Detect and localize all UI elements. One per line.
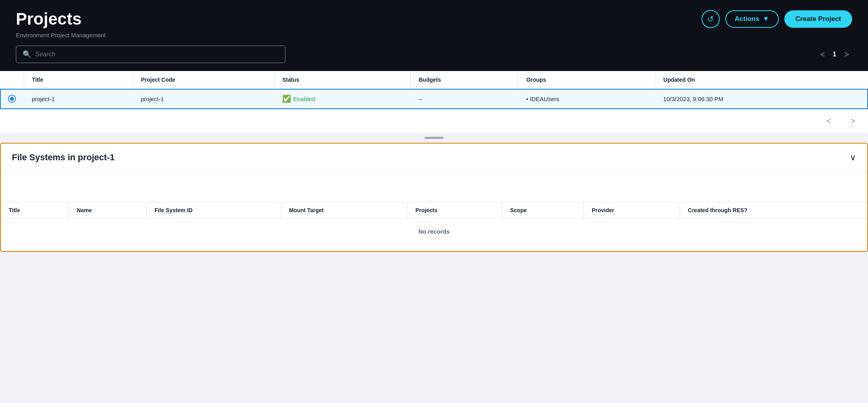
fs-table: Title Name File System ID Mount Target P… (1, 202, 867, 245)
header-actions: ↺ Actions ▼ Create Project (702, 10, 852, 28)
page-number-header: 1 (833, 50, 836, 58)
actions-chevron-icon: ▼ (763, 15, 769, 23)
page-number: 1 (839, 117, 843, 125)
col-status: Status (274, 71, 411, 89)
col-project-code: Project Code (133, 71, 274, 89)
table-header-row: Title Project Code Status Budgets Groups… (0, 71, 868, 89)
col-budgets: Budgets (411, 71, 518, 89)
status-label: Enabled (293, 96, 315, 102)
fs-table-header-row: Title Name File System ID Mount Target P… (1, 202, 867, 219)
prev-page-button-header[interactable]: < (817, 48, 828, 61)
row-title: project-1 (24, 89, 133, 109)
row-groups: • IDEAUsers (518, 89, 655, 109)
row-select-cell[interactable] (0, 89, 24, 109)
refresh-icon: ↺ (707, 14, 714, 24)
fs-col-scope: Scope (502, 202, 584, 219)
header-pagination: < 1 > (817, 48, 852, 61)
fs-col-provider: Provider (583, 202, 680, 219)
search-row: 🔍 < 1 > (16, 46, 852, 63)
fs-no-records-text: No records (1, 219, 867, 245)
file-systems-title: File Systems in project-1 (12, 152, 115, 163)
file-systems-chevron-icon: ∨ (850, 152, 856, 163)
fs-col-mount-target: Mount Target (281, 202, 407, 219)
prev-page-button[interactable]: < (823, 115, 834, 127)
actions-button[interactable]: Actions ▼ (725, 10, 779, 28)
row-status: ✅ Enabled (274, 89, 411, 109)
actions-label: Actions (735, 15, 759, 23)
refresh-button[interactable]: ↺ (702, 10, 720, 28)
fs-col-projects: Projects (407, 202, 502, 219)
fs-col-title: Title (1, 202, 69, 219)
status-enabled: ✅ Enabled (282, 94, 403, 103)
col-updated-on: Updated On (655, 71, 868, 89)
fs-col-fs-id: File System ID (147, 202, 281, 219)
divider-bar (424, 137, 444, 139)
radio-selected-icon (8, 95, 16, 103)
row-budgets: -- (411, 89, 518, 109)
projects-table: Title Project Code Status Budgets Groups… (0, 71, 868, 109)
table-row[interactable]: project-1 project-1 ✅ Enabled -- • IDEAU… (0, 89, 868, 109)
fs-no-records-row: No records (1, 219, 867, 245)
fs-col-name: Name (69, 202, 146, 219)
file-systems-header[interactable]: File Systems in project-1 ∨ (1, 144, 867, 172)
radio-dot (10, 97, 14, 101)
group-bullet: • (526, 96, 530, 102)
table-pagination: < 1 > (0, 109, 868, 133)
create-project-button[interactable]: Create Project (784, 10, 852, 28)
search-icon: 🔍 (23, 50, 31, 59)
fs-table-wrapper: Title Name File System ID Mount Target P… (1, 202, 867, 245)
projects-table-container: Title Project Code Status Budgets Groups… (0, 71, 868, 109)
col-select (0, 71, 24, 89)
section-divider (0, 133, 868, 143)
col-groups: Groups (518, 71, 655, 89)
group-name: IDEAUsers (530, 96, 559, 102)
next-page-button[interactable]: > (847, 115, 858, 127)
search-box[interactable]: 🔍 (16, 46, 285, 63)
status-check-icon: ✅ (282, 94, 291, 103)
search-input[interactable] (35, 51, 279, 58)
projects-table-section: Title Project Code Status Budgets Groups… (0, 71, 868, 133)
file-systems-body: Title Name File System ID Mount Target P… (1, 172, 867, 251)
row-updated-on: 10/3/2023, 9:06:30 PM (655, 89, 868, 109)
next-page-button-header[interactable]: > (841, 48, 852, 61)
page-title: Projects (16, 10, 82, 29)
file-systems-panel: File Systems in project-1 ∨ Title Name F… (0, 143, 868, 252)
page-header: Projects ↺ Actions ▼ Create Project Envi… (0, 0, 868, 71)
row-project-code: project-1 (133, 89, 274, 109)
fs-empty-space (1, 178, 867, 202)
fs-col-created-through-res: Created through RES? (680, 202, 867, 219)
col-title: Title (24, 71, 133, 89)
page-subtitle: Environment Project Management (16, 32, 852, 38)
